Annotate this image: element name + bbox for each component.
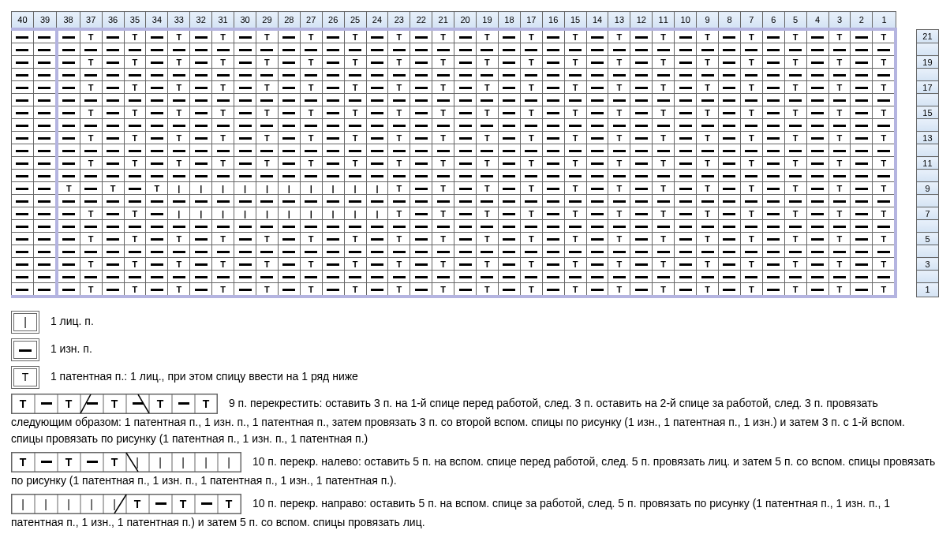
stitch-cell (344, 245, 366, 258)
patent-icon: T (396, 108, 402, 118)
purl-icon (107, 125, 119, 127)
purl-icon (282, 276, 295, 278)
stitch-cell (124, 69, 146, 81)
stitch-cell (719, 271, 741, 283)
purl-icon (855, 175, 868, 177)
svg-text:T: T (203, 398, 210, 410)
purl-icon (38, 200, 50, 203)
patent-icon: T (396, 209, 402, 218)
purl-icon (173, 251, 185, 253)
stitch-cell (586, 195, 608, 207)
purl-icon (107, 87, 119, 89)
purl-icon (282, 125, 295, 127)
stitch-cell (410, 119, 432, 132)
purl-icon (723, 150, 735, 152)
purl-icon (745, 125, 757, 127)
purl-icon (855, 263, 868, 266)
patent-icon: T (573, 58, 578, 67)
purl-icon (503, 200, 515, 203)
purl-icon (371, 263, 383, 266)
stitch-cell (432, 195, 454, 207)
stitch-cell: T (520, 56, 542, 69)
purl-icon (84, 276, 97, 278)
purl-icon (305, 175, 317, 177)
stitch-cell: T (477, 56, 499, 69)
purl-icon (833, 276, 846, 278)
stitch-cell: T (520, 207, 542, 220)
stitch-cell (542, 182, 564, 195)
stitch-cell (234, 170, 256, 182)
stitch-cell (344, 144, 366, 157)
stitch-cell (146, 170, 168, 182)
patent-icon: T (220, 108, 226, 118)
purl-icon (855, 251, 868, 253)
col-label: 9 (697, 12, 719, 30)
purl-icon (591, 74, 604, 77)
col-label: 40 (12, 12, 34, 30)
patent-icon: T (749, 159, 754, 168)
svg-rect-15 (133, 402, 144, 405)
purl-icon (62, 49, 75, 51)
col-label: 34 (146, 12, 168, 30)
purl-icon (657, 125, 670, 127)
stitch-cell (57, 119, 80, 132)
svg-text:|: | (90, 498, 93, 510)
patent-icon: T (529, 209, 534, 218)
patent-icon: T (396, 234, 402, 244)
patent-icon: T (220, 58, 226, 67)
stitch-cell: T (520, 29, 542, 43)
stitch-cell (33, 106, 56, 119)
purl-icon (723, 87, 735, 89)
purl-icon (767, 226, 780, 228)
stitch-cell (675, 29, 697, 43)
stitch-cell (586, 43, 608, 56)
stitch-cell (234, 258, 256, 271)
stitch-cell: T (784, 132, 806, 144)
purl-icon (239, 162, 252, 165)
purl-icon (38, 289, 50, 291)
stitch-cell: T (256, 258, 278, 271)
stitch-cell: T (608, 106, 630, 119)
stitch-cell (322, 233, 344, 245)
purl-icon (503, 62, 515, 64)
stitch-cell (675, 220, 697, 233)
stitch-cell (828, 94, 851, 106)
stitch-cell (146, 207, 168, 220)
stitch-cell (190, 94, 212, 106)
stitch-cell: T (300, 106, 322, 119)
purl-icon (371, 87, 383, 89)
purl-icon (503, 36, 515, 39)
purl-icon (62, 137, 75, 140)
stitch-cell (410, 233, 432, 245)
stitch-cell: T (388, 29, 410, 43)
col-label: 29 (256, 12, 278, 30)
purl-icon (107, 238, 119, 241)
stitch-cell (57, 207, 80, 220)
purl-icon (701, 200, 714, 203)
stitch-cell (12, 182, 34, 195)
purl-icon (657, 276, 670, 278)
stitch-cell (190, 220, 212, 233)
stitch-cell (432, 245, 454, 258)
purl-icon (393, 74, 406, 77)
stitch-cell (190, 29, 212, 43)
stitch-cell: T (388, 132, 410, 144)
purl-icon (723, 263, 735, 266)
purl-icon (371, 99, 383, 102)
stitch-cell (168, 195, 190, 207)
purl-icon (547, 175, 559, 177)
purl-icon (195, 87, 208, 89)
purl-icon (195, 200, 208, 203)
purl-icon (547, 112, 559, 114)
legend: | 1 лиц. п. 1 изн. п. T 1 патентная п.: … (11, 311, 939, 531)
stitch-cell (586, 157, 608, 170)
patent-icon: T (133, 58, 138, 67)
svg-text:T: T (20, 456, 27, 469)
stitch-cell (762, 195, 784, 207)
purl-icon (151, 175, 163, 177)
stitch-cell (102, 233, 124, 245)
purl-icon (745, 226, 757, 228)
stitch-cell (168, 144, 190, 157)
purl-icon (679, 226, 692, 228)
stitch-cell (851, 132, 873, 144)
